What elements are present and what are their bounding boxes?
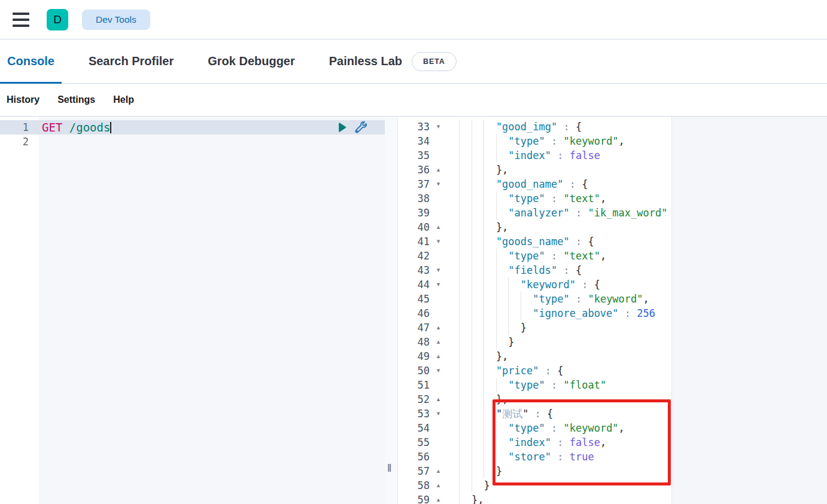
output-line-code: "good_name" : { [447, 177, 588, 191]
fold-spacer [430, 421, 447, 435]
output-line-code: "type" : "keyword", [447, 421, 625, 435]
indent-guide [472, 349, 484, 364]
indent-guide [484, 364, 495, 378]
indent-guide [472, 134, 484, 148]
indent-guide [484, 220, 495, 234]
code-token: "keyword" [563, 135, 618, 147]
code-token: "text" [563, 250, 600, 262]
code-token: } [508, 336, 514, 348]
wrench-icon [354, 121, 367, 135]
fold-spacer [430, 435, 447, 450]
fold-close-icon[interactable]: ▴ [430, 163, 447, 177]
indent-guide [447, 191, 459, 206]
line-number: 33 [398, 120, 430, 134]
tab-console[interactable]: Console [0, 39, 62, 83]
code-token: GET [42, 121, 62, 134]
line-number: 45 [398, 292, 430, 306]
code-token: } [521, 322, 527, 334]
output-line-code: } [447, 320, 527, 335]
code-token: : [570, 207, 588, 219]
code-token: "index" [508, 149, 551, 161]
output-line-38: 38 "type" : "text", [398, 191, 827, 206]
indent-guide [472, 277, 484, 292]
line-number: 47 [398, 320, 430, 335]
indent-guide [472, 364, 484, 378]
indent-guide [496, 335, 508, 349]
fold-close-icon[interactable]: ▴ [430, 493, 447, 504]
indent-guide [484, 464, 495, 478]
indent-guide [447, 177, 459, 191]
fold-open-icon[interactable]: ▾ [430, 177, 447, 191]
output-line-48: 48▴ } [398, 335, 827, 349]
fold-close-icon[interactable]: ▴ [430, 392, 447, 407]
fold-close-icon[interactable]: ▴ [430, 478, 447, 493]
fold-open-icon[interactable]: ▾ [430, 364, 447, 378]
line-number: 36 [398, 163, 430, 177]
indent-guide [484, 163, 495, 177]
output-line-52: 52▴ }, [398, 392, 827, 407]
menu-item-settings[interactable]: Settings [57, 94, 95, 105]
text-cursor [110, 122, 111, 133]
output-line-code: "ignore_above" : 256 [447, 306, 655, 320]
menu-item-history[interactable]: History [7, 94, 39, 105]
code-token: { [547, 408, 553, 420]
panel-resizer[interactable]: ‖ [385, 117, 398, 504]
fold-close-icon[interactable]: ▴ [430, 349, 447, 364]
code-token: }, [496, 221, 508, 233]
console-input-editor[interactable]: 1GET /goods2 [0, 117, 385, 504]
fold-open-icon[interactable]: ▾ [430, 407, 447, 421]
output-line-code: "store" : true [447, 450, 594, 464]
tab-painless-lab[interactable]: Painless LabBETA [322, 39, 464, 83]
fold-open-icon[interactable]: ▾ [430, 234, 447, 249]
code-token: "ignore_above" [533, 307, 618, 319]
menu-item-help[interactable]: Help [113, 94, 134, 105]
output-line-54: 54 "type" : "keyword", [398, 421, 827, 435]
indent-guide [496, 148, 508, 163]
output-line-code: } [447, 335, 515, 349]
code-token: , [600, 193, 606, 204]
code-token [62, 121, 69, 134]
line-number: 55 [398, 435, 430, 450]
send-request-button[interactable] [337, 122, 347, 133]
breadcrumb[interactable]: Dev Tools [82, 10, 150, 30]
tab-search-profiler[interactable]: Search Profiler [81, 39, 181, 83]
indent-guide [447, 148, 459, 163]
fold-close-icon[interactable]: ▴ [430, 464, 447, 478]
indent-guide [472, 163, 484, 177]
indent-guide [459, 320, 471, 335]
line-number: 49 [398, 349, 430, 364]
indent-guide [484, 263, 495, 277]
console-workspace: 1GET /goods2 ‖ 33▾ "good_img" : {34 "typ… [0, 117, 827, 504]
indent-guide [484, 292, 495, 306]
indent-guide [459, 277, 471, 292]
console-output-panel[interactable]: 33▾ "good_img" : {34 "type" : "keyword",… [398, 117, 827, 504]
line-number: 46 [398, 306, 430, 320]
indent-guide [472, 450, 484, 464]
input-line-2[interactable]: 2 [0, 135, 385, 149]
request-options-button[interactable] [354, 121, 367, 135]
indent-guide [447, 249, 459, 263]
output-line-code: "type" : "text", [447, 249, 606, 263]
indent-guide [484, 349, 495, 364]
tab-grok-debugger[interactable]: Grok Debugger [200, 39, 302, 83]
resizer-handle-icon[interactable]: ‖ [387, 462, 391, 475]
fold-open-icon[interactable]: ▾ [430, 263, 447, 277]
code-token: 256 [637, 307, 655, 319]
indent-guide [472, 464, 484, 478]
output-line-56: 56 "store" : true [398, 450, 827, 464]
indent-guide [447, 335, 459, 349]
code-token: "keyword" [563, 422, 618, 434]
fold-close-icon[interactable]: ▴ [430, 335, 447, 349]
output-line-code: }, [447, 220, 508, 234]
menu-toggle-button[interactable] [13, 13, 29, 27]
fold-close-icon[interactable]: ▴ [430, 220, 447, 234]
line-number: 38 [398, 191, 430, 206]
fold-open-icon[interactable]: ▾ [430, 120, 447, 134]
fold-open-icon[interactable]: ▾ [430, 277, 447, 292]
input-line-1[interactable]: 1GET /goods [0, 120, 385, 135]
code-token: : [557, 264, 576, 276]
beta-badge: BETA [412, 52, 457, 71]
line-number: 42 [398, 249, 430, 263]
fold-close-icon[interactable]: ▴ [430, 320, 447, 335]
indent-guide [459, 220, 471, 234]
